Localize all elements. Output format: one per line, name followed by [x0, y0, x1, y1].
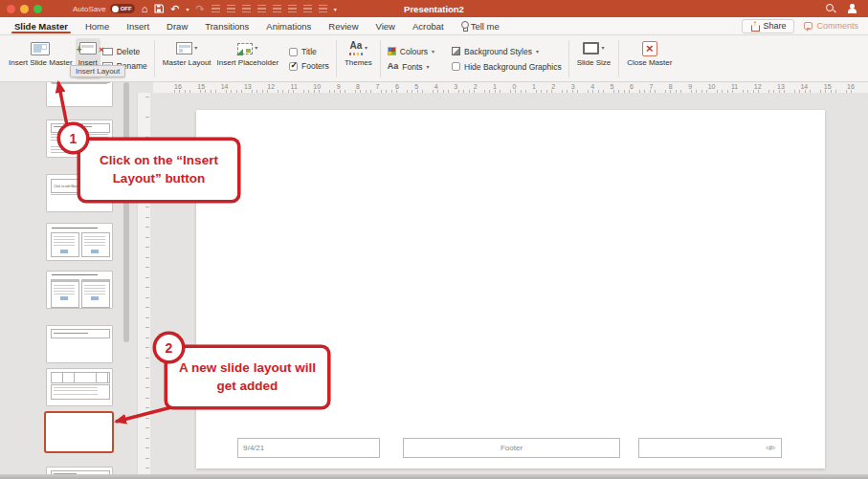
colours-label: Colours — [400, 47, 428, 56]
footer-placeholder[interactable]: Footer — [403, 438, 620, 458]
slide-size-button[interactable]: ▾ Slide Size — [574, 38, 614, 79]
slide-layout-thumbnail-9[interactable] — [46, 467, 113, 474]
date-placeholder-text: 9/4/21 — [243, 444, 264, 452]
comments-button[interactable]: Comments — [804, 21, 858, 31]
delete-label: Delete — [117, 47, 141, 56]
delete-icon — [102, 48, 113, 56]
account-icon[interactable] — [847, 4, 857, 13]
close-master-label: Close Master — [627, 58, 672, 67]
slide-editing-surface[interactable]: 9/4/21 Footer ‹#› — [196, 110, 825, 468]
tab-review[interactable]: Review — [320, 17, 367, 34]
slide-number-placeholder-text: ‹#› — [766, 444, 775, 452]
minimize-window-button[interactable] — [20, 5, 29, 13]
slide-number-placeholder[interactable]: ‹#› — [638, 438, 782, 458]
hide-background-graphics-label: Hide Background Graphics — [464, 62, 562, 72]
tab-transitions[interactable]: Transitions — [196, 17, 257, 34]
footers-checkbox-icon — [289, 62, 298, 71]
close-window-button[interactable] — [7, 5, 15, 13]
background-styles-button[interactable]: Background Styles ▾ — [450, 46, 564, 57]
insert-slide-master-button[interactable]: Insert Slide Master — [6, 38, 76, 79]
window-controls — [0, 5, 50, 13]
slide-layout-thumbnail-8-selected[interactable] — [44, 411, 114, 453]
fonts-button[interactable]: Aa Fonts ▾ — [386, 61, 436, 73]
master-layout-button[interactable]: ▾ Master Layout — [160, 38, 214, 79]
tab-home[interactable]: Home — [77, 17, 118, 34]
slide-size-icon — [583, 42, 599, 54]
delete-button[interactable]: Delete — [100, 46, 149, 57]
tab-label: Home — [85, 21, 109, 32]
tab-tell-me[interactable]: Tell me — [453, 17, 508, 34]
slide-layout-thumbnail-5[interactable] — [46, 271, 113, 309]
titlebar: AutoSave OFF ⌂ ↶ ▾ ↷ ▾ Presentation2 — [0, 0, 868, 17]
format-icon-8 — [319, 5, 327, 13]
tab-label: Transitions — [205, 21, 249, 32]
tab-view[interactable]: View — [367, 17, 404, 34]
slide-size-label: Slide Size — [577, 58, 612, 67]
slide-layout-thumbnail-6[interactable] — [46, 325, 113, 363]
autosave-toggle[interactable]: AutoSave OFF — [73, 4, 135, 13]
autosave-state: OFF — [121, 6, 132, 11]
colours-button[interactable]: Colours ▾ — [386, 46, 436, 57]
date-placeholder[interactable]: 9/4/21 — [237, 438, 380, 458]
slide-master-ribbon: Insert Slide Master InsertLay Delete Ren… — [0, 35, 868, 82]
slide-layout-thumbnail-7[interactable] — [46, 368, 113, 406]
fonts-label: Fonts — [402, 62, 422, 72]
format-icon-1 — [211, 5, 220, 13]
title-checkbox[interactable]: Title — [287, 46, 331, 57]
step1-callout: Click on the “Insert Layout” button — [78, 138, 240, 203]
footer-placeholder-text: Footer — [501, 444, 523, 452]
background-styles-icon — [452, 47, 460, 55]
themes-label: Themes — [345, 58, 372, 67]
sidebar-scrollbar-thumb[interactable] — [123, 82, 129, 342]
tab-label: Draw — [167, 21, 188, 32]
status-bar-edge — [0, 474, 868, 479]
format-icon-3 — [242, 5, 251, 13]
slide-layout-thumbnail-4[interactable] — [46, 223, 113, 261]
insert-slide-master-label: Insert Slide Master — [9, 58, 73, 67]
insert-placeholder-button[interactable]: ▾ Insert Placeholder — [214, 38, 281, 79]
title-checkbox-icon — [289, 48, 298, 56]
toolbar-overflow-icon[interactable]: ▾ — [334, 6, 337, 12]
footers-checkbox[interactable]: Footers — [287, 60, 331, 72]
tab-label: Slide Master — [14, 21, 68, 32]
insert-placeholder-label: Insert Placeholder — [217, 58, 278, 67]
insert-layout-tooltip: Insert Layout — [70, 65, 125, 77]
background-styles-label: Background Styles — [464, 47, 532, 56]
tab-slide-master[interactable]: Slide Master — [6, 17, 77, 34]
insert-layout-icon — [79, 42, 97, 54]
tab-animations[interactable]: Animations — [257, 17, 320, 34]
themes-button[interactable]: Aa▾ Themes — [342, 38, 375, 79]
insert-slide-master-icon — [31, 42, 50, 55]
redo-icon[interactable]: ↷ — [196, 4, 205, 14]
quick-access-toolbar: AutoSave OFF ⌂ ↶ ▾ ↷ ▾ — [73, 4, 337, 14]
format-icon-7 — [303, 5, 312, 13]
tab-insert[interactable]: Insert — [118, 17, 158, 34]
autosave-label: AutoSave — [73, 5, 106, 13]
title-checkbox-label: Title — [301, 47, 317, 56]
insert-placeholder-icon — [237, 43, 253, 54]
tab-label: Tell me — [471, 21, 500, 32]
tab-label: Animations — [266, 21, 311, 32]
step2-number-badge: 2 — [153, 332, 185, 363]
save-icon[interactable] — [154, 4, 164, 13]
format-icon-2 — [227, 5, 235, 13]
fullscreen-window-button[interactable] — [33, 5, 42, 13]
master-layout-icon — [176, 42, 192, 54]
home-icon[interactable]: ⌂ — [142, 4, 148, 14]
tab-acrobat[interactable]: Acrobat — [404, 17, 453, 34]
close-master-button[interactable]: × Close Master — [624, 38, 675, 79]
share-button[interactable]: Share — [742, 19, 794, 33]
undo-icon[interactable]: ↶ — [170, 4, 179, 14]
tab-draw[interactable]: Draw — [158, 17, 196, 34]
step1-number-badge: 1 — [57, 122, 89, 154]
undo-dropdown-icon[interactable]: ▾ — [187, 6, 189, 12]
hide-background-graphics-checkbox-icon — [452, 62, 460, 71]
format-icon-6 — [288, 5, 297, 13]
share-icon — [750, 22, 759, 31]
search-icon[interactable] — [826, 4, 835, 13]
fonts-icon: Aa — [388, 62, 399, 71]
slide-layout-thumbnail-1[interactable]: Click to edit Master title style — [46, 82, 113, 107]
tab-label: Acrobat — [412, 21, 444, 32]
footers-checkbox-label: Footers — [301, 61, 329, 71]
hide-background-graphics-checkbox[interactable]: Hide Background Graphics — [450, 61, 564, 73]
